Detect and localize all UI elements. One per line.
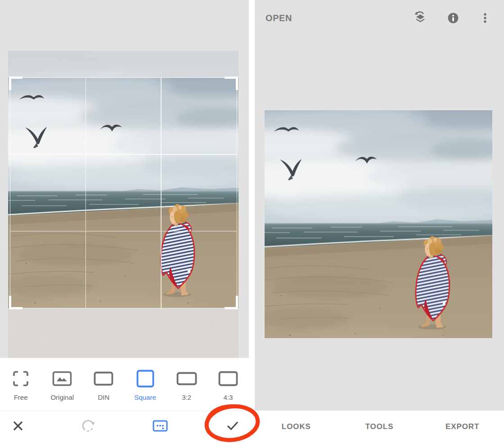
cancel-button[interactable] (9, 418, 27, 436)
crop-photo-canvas[interactable] (8, 51, 238, 358)
revert-history-button[interactable] (411, 10, 429, 28)
aspect-ratio-icon (152, 418, 168, 436)
crop-toolbar (0, 411, 249, 443)
info-button[interactable] (444, 10, 462, 28)
aspect-option-square[interactable]: Square (125, 369, 166, 411)
crop-dim-overlay-bottom (8, 308, 238, 358)
aspect-option-label: 3:2 (182, 393, 191, 401)
crop-grid-line-vertical (86, 78, 86, 308)
aspect-option-4-3[interactable]: 4:3 (207, 369, 249, 411)
aspect-4-3-icon (218, 369, 238, 389)
info-icon (445, 10, 461, 28)
crop-screen: Free Original DIN (0, 0, 249, 443)
overflow-menu-icon (477, 10, 493, 28)
tab-tools[interactable]: TOOLS (338, 422, 421, 431)
aspect-option-din[interactable]: DIN (83, 369, 124, 411)
aspect-option-original[interactable]: Original (41, 369, 83, 411)
close-icon (10, 418, 26, 436)
original-aspect-icon (52, 369, 72, 389)
aspect-ratio-row: Free Original DIN (0, 358, 249, 411)
rotate-icon (81, 418, 97, 436)
confirm-button[interactable] (224, 418, 242, 436)
crop-frame[interactable] (10, 77, 237, 308)
crop-grid-line-vertical (161, 78, 162, 308)
screens-divider (249, 0, 255, 443)
crop-handle-top-right[interactable] (225, 77, 238, 90)
tab-export[interactable]: EXPORT (421, 422, 504, 431)
crop-handle-bottom-right[interactable] (225, 296, 238, 309)
square-aspect-icon (136, 369, 154, 389)
crop-options-panel: Free Original DIN (0, 358, 249, 443)
editor-header: OPEN (255, 0, 504, 38)
aspect-option-free[interactable]: Free (0, 369, 41, 411)
aspect-option-label: Free (14, 393, 28, 401)
aspect-option-label: DIN (98, 393, 110, 401)
crop-grid-line-horizontal (10, 154, 237, 155)
free-aspect-icon (12, 369, 30, 389)
check-icon (225, 418, 241, 436)
aspect-option-label: Square (134, 393, 156, 401)
revert-history-icon (412, 10, 428, 28)
aspect-option-label: 4:3 (224, 393, 233, 401)
edited-photo[interactable] (265, 110, 492, 338)
crop-grid-line-horizontal (10, 231, 237, 232)
rotate-button[interactable] (80, 418, 98, 436)
tab-looks[interactable]: LOOKS (255, 422, 338, 431)
aspect-option-label: Original (50, 393, 74, 401)
editor-screen: OPEN (255, 0, 504, 443)
aspect-option-3-2[interactable]: 3:2 (166, 369, 207, 411)
screenshot-canvas: { "colors": { "accent_blue": "#4285F4", … (0, 0, 504, 443)
crop-handle-top-left[interactable] (9, 77, 22, 90)
crop-dim-overlay-top (8, 51, 238, 77)
aspect-ratio-button[interactable] (151, 418, 169, 436)
crop-handle-bottom-left[interactable] (9, 296, 22, 309)
open-button[interactable]: OPEN (266, 13, 292, 23)
din-aspect-icon (94, 369, 113, 389)
aspect-3-2-icon (176, 369, 197, 389)
editor-tab-bar: LOOKS TOOLS EXPORT (255, 411, 504, 443)
beach-photo-cropped (265, 110, 492, 338)
overflow-menu-button[interactable] (476, 10, 494, 28)
